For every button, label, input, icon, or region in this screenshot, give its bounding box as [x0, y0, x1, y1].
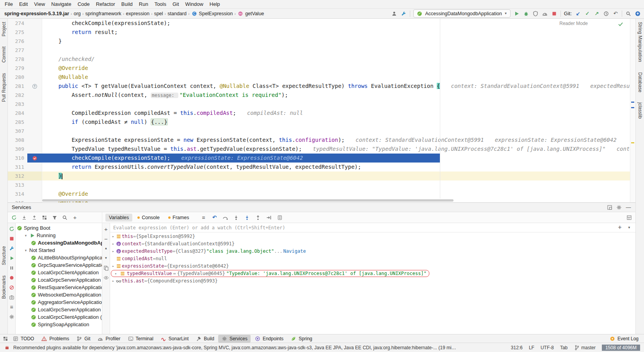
tool-tab-sonarlint[interactable]: SonarLint: [157, 335, 192, 343]
thread-dump-icon[interactable]: [9, 294, 15, 300]
gutter[interactable]: [27, 145, 42, 154]
indent-style-widget[interactable]: Tab: [560, 345, 568, 350]
update-icon[interactable]: ↙: [575, 11, 581, 17]
tool-tab-endpoints[interactable]: Endpoints: [251, 335, 286, 343]
expand-chevron[interactable]: ▸: [114, 272, 118, 275]
code-line-285[interactable]: 285if (compiledAst ≠ null) {...}: [8, 118, 635, 127]
line-number[interactable]: 308: [8, 136, 27, 145]
gutter[interactable]: [27, 100, 42, 109]
code-line-311[interactable]: 311return ExpressionUtils.convertTypedVa…: [8, 163, 635, 172]
collapse-all-icon[interactable]: [31, 214, 37, 221]
service-node-springsoapapplication[interactable]: SpringSoapApplication: [16, 321, 102, 328]
tool-tab-git[interactable]: Git: [73, 335, 93, 343]
evaluate-icon[interactable]: [277, 214, 283, 221]
line-separator-widget[interactable]: LF: [529, 345, 534, 350]
tree-chevron[interactable]: ▾: [23, 234, 28, 238]
service-node-localgrpcclientapplication-1[interactable]: LocalGrpcClientApplication (1): [16, 313, 102, 321]
line-number[interactable]: 280: [8, 73, 27, 82]
add-icon[interactable]: +: [72, 214, 78, 221]
tool-stripe-structure[interactable]: Structure: [1, 246, 7, 265]
add-icon[interactable]: +: [617, 225, 623, 231]
menu-code[interactable]: Code: [75, 0, 93, 8]
line-number[interactable]: 314: [8, 189, 27, 198]
override-icon[interactable]: [32, 83, 38, 89]
breakpoint-icon[interactable]: [32, 155, 38, 161]
inspect-ok-icon[interactable]: [617, 21, 624, 27]
tool-tab-services[interactable]: Services: [218, 335, 251, 343]
breadcrumb-spel[interactable]: spel: [153, 11, 164, 17]
breadcrumb-spring-expression-5-3-19-jar[interactable]: spring-expression-5.3.19.jar: [3, 11, 70, 17]
tool-tab-problems[interactable]: Problems: [38, 335, 72, 343]
code-line-310[interactable]: 310checkCompile(expressionState);express…: [8, 154, 635, 163]
service-node-localgrpcserverapplication[interactable]: LocalGrpcServerApplication: [16, 276, 102, 284]
menu-view[interactable]: View: [31, 0, 48, 8]
commit-check-icon[interactable]: ✓: [584, 11, 591, 17]
service-node-spring-boot[interactable]: Spring Boot: [16, 224, 102, 232]
mute-breakpoints-icon[interactable]: [9, 284, 15, 291]
tool-stripe-bookmarks[interactable]: Bookmarks: [1, 275, 7, 299]
gutter[interactable]: [27, 64, 42, 73]
view-breakpoints-icon[interactable]: [9, 275, 15, 281]
code-line-276[interactable]: 276}: [8, 37, 635, 46]
breadcrumb-standard[interactable]: standard: [166, 11, 188, 17]
variable-expressionstate[interactable]: ▸expressionState = {ExpressionState@6042…: [110, 262, 635, 270]
gutter[interactable]: [27, 198, 42, 202]
stop-icon[interactable]: [551, 11, 557, 17]
line-number[interactable]: 312: [8, 172, 27, 180]
user-icon[interactable]: [391, 11, 397, 17]
settings-wrench-icon[interactable]: [9, 245, 15, 252]
code-line-280[interactable]: 280@Nullable: [8, 73, 635, 82]
line-number[interactable]: 278: [8, 55, 27, 64]
breadcrumb-springframework[interactable]: springframework: [84, 11, 122, 17]
service-node-running[interactable]: ▾Running: [16, 232, 102, 239]
service-node-grpcsquareserviceapplication[interactable]: GrpcSquareServiceApplication: [16, 261, 102, 269]
code-line-277[interactable]: 277: [8, 46, 635, 55]
variable-typedresultvalue[interactable]: ▸typedResultValue = {TypedValue@6045} "T…: [110, 270, 635, 277]
breadcrumb-expression[interactable]: expression: [125, 11, 151, 17]
error-stripe[interactable]: [630, 19, 635, 202]
variable-expectedresulttype[interactable]: ▸pexpectedResultType = {Class@327} "clas…: [110, 247, 635, 255]
service-node-localgrpcclientapplication[interactable]: LocalGrpcClientApplication: [16, 269, 102, 276]
service-node-aggregatorserviceapplication[interactable]: AggregatorServiceApplication: [16, 298, 102, 306]
code-line-282[interactable]: 282Assert.notNull(context, message: "Eva…: [8, 91, 635, 100]
menu-run[interactable]: Run: [136, 0, 151, 8]
line-number[interactable]: 283: [8, 100, 27, 109]
gutter[interactable]: [27, 127, 42, 136]
gutter[interactable]: [27, 46, 42, 55]
gutter[interactable]: [27, 172, 42, 180]
horizontal-scrollbar[interactable]: [42, 198, 630, 202]
run-configuration-select[interactable]: AccessingDataMongodbApplication ▼: [413, 9, 511, 18]
variable-compiledast[interactable]: compiledAst = null: [110, 255, 635, 262]
threads-icon[interactable]: ≡: [200, 214, 206, 221]
stop-icon[interactable]: [9, 236, 15, 242]
line-number[interactable]: 307: [8, 127, 27, 136]
find-icon[interactable]: [62, 214, 68, 221]
tool-stripe-jclasslib[interactable]: jclasslib: [637, 102, 643, 119]
float-icon[interactable]: [607, 204, 613, 211]
chevron-down-icon[interactable]: ▼: [626, 225, 632, 231]
expand-chevron[interactable]: ▸: [111, 242, 116, 246]
line-number[interactable]: 277: [8, 46, 27, 55]
gutter[interactable]: [27, 37, 42, 46]
line-number[interactable]: 282: [8, 91, 27, 100]
gutter[interactable]: [27, 154, 42, 163]
service-node-alittlebitaboutspringapplication[interactable]: ALittleBitAboutSpringApplication: [16, 254, 102, 261]
rerun-icon[interactable]: [9, 226, 15, 232]
code-line-284[interactable]: 284CompiledExpression compiledAst = this…: [8, 109, 635, 118]
gutter[interactable]: [27, 163, 42, 172]
code-editor[interactable]: 274checkCompile(expressionState);275retu…: [8, 19, 635, 202]
duplicate-icon[interactable]: [103, 265, 109, 271]
debugger-tab-frames[interactable]: Frames: [165, 214, 192, 222]
variable-this[interactable]: ▸this = {SpelExpression@5992}: [110, 232, 635, 240]
tool-stripe-project[interactable]: Project: [1, 22, 7, 36]
gutter[interactable]: [27, 55, 42, 64]
force-step-into-icon[interactable]: [244, 214, 250, 221]
step-into-icon[interactable]: [233, 214, 239, 221]
debugger-tab-variables[interactable]: Variables: [105, 214, 132, 222]
gutter[interactable]: [27, 82, 42, 91]
line-number[interactable]: 284: [8, 109, 27, 118]
gutter[interactable]: [27, 180, 42, 189]
menu-tools[interactable]: Tools: [151, 0, 169, 8]
code-line-308[interactable]: 308ExpressionState expressionState = new…: [8, 136, 635, 145]
profiler-icon[interactable]: [542, 11, 548, 17]
